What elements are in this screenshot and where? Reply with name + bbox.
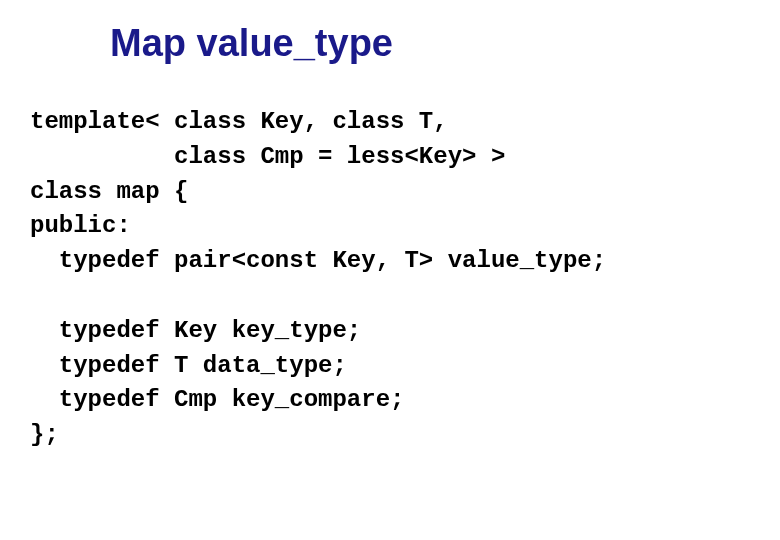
slide: Map value_type template< class Key, clas… (0, 0, 780, 540)
slide-title: Map value_type (110, 22, 393, 65)
code-block: template< class Key, class T, class Cmp … (30, 105, 606, 453)
